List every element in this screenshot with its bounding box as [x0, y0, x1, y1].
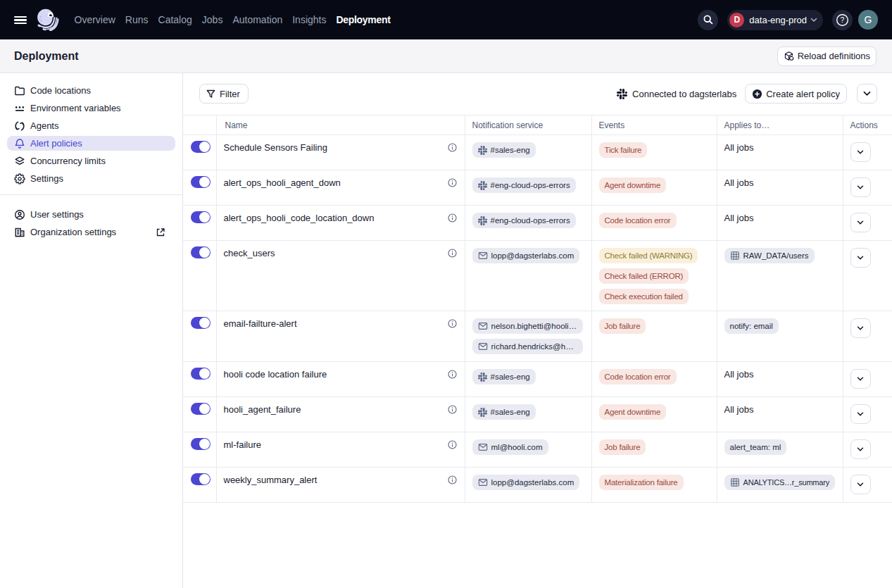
svg-text:?: ? [841, 16, 845, 24]
